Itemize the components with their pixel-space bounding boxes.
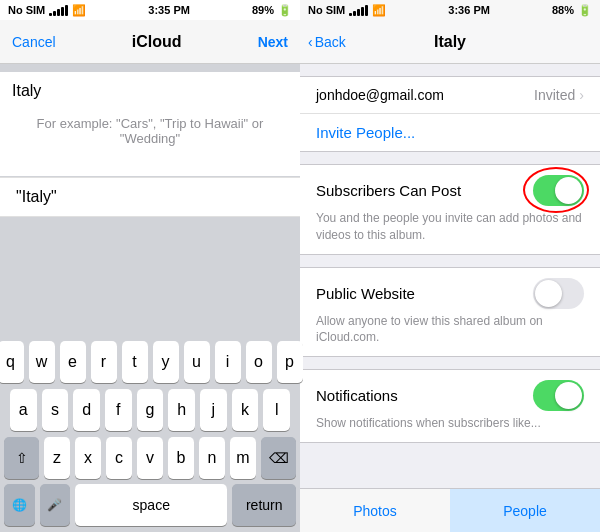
battery-icon: 🔋 (278, 4, 292, 17)
key-q[interactable]: q (0, 341, 24, 383)
key-j[interactable]: j (200, 389, 227, 431)
key-i[interactable]: i (215, 341, 241, 383)
key-o[interactable]: o (246, 341, 272, 383)
left-nav-title: iCloud (132, 33, 182, 51)
notifications-row: Notifications Show notifications when su… (300, 369, 600, 443)
right-signal-icon (349, 4, 368, 16)
chevron-icon: › (579, 87, 584, 103)
left-status-left: No SIM 📶 (8, 4, 86, 17)
left-status-bar: No SIM 📶 3:35 PM 89% 🔋 (0, 0, 300, 20)
tab-people-label: People (503, 503, 547, 519)
subscribers-desc: You and the people you invite can add ph… (316, 210, 584, 244)
album-name-input[interactable] (12, 82, 288, 100)
left-time: 3:35 PM (148, 4, 190, 16)
left-carrier: No SIM (8, 4, 45, 16)
bottom-tab-bar: Photos People (300, 488, 600, 532)
right-nav-title: Italy (434, 33, 466, 51)
key-w[interactable]: w (29, 341, 55, 383)
key-r[interactable]: r (91, 341, 117, 383)
key-d[interactable]: d (73, 389, 100, 431)
keyboard-row-3: ⇧ z x c v b n m ⌫ (4, 437, 296, 479)
key-l[interactable]: l (263, 389, 290, 431)
wifi-icon: 📶 (72, 4, 86, 17)
album-name-section: For example: "Cars", "Trip to Hawaii" or… (0, 72, 300, 176)
public-website-title: Public Website (316, 285, 415, 302)
key-z[interactable]: z (44, 437, 70, 479)
tab-photos-label: Photos (353, 503, 397, 519)
key-m[interactable]: m (230, 437, 256, 479)
key-v[interactable]: v (137, 437, 163, 479)
right-status-right: 88% 🔋 (552, 4, 592, 17)
tab-people[interactable]: People (450, 489, 600, 532)
subscribers-title: Subscribers Can Post (316, 182, 461, 199)
signal-icon (49, 4, 68, 16)
right-wifi-icon: 📶 (372, 4, 386, 17)
keyboard: q w e r t y u i o p a s d f g h j k l ⇧ … (0, 335, 300, 532)
key-n[interactable]: n (199, 437, 225, 479)
key-p[interactable]: p (277, 341, 303, 383)
public-website-toggle-knob (535, 280, 562, 307)
back-chevron-icon: ‹ (308, 34, 313, 50)
key-c[interactable]: c (106, 437, 132, 479)
key-u[interactable]: u (184, 341, 210, 383)
right-nav-bar: ‹ Back Italy (300, 20, 600, 64)
key-s[interactable]: s (42, 389, 69, 431)
notifications-desc: Show notifications when subscribers like… (316, 415, 584, 432)
tab-photos[interactable]: Photos (300, 489, 450, 532)
public-website-desc: Allow anyone to view this shared album o… (316, 313, 584, 347)
subscribers-toggle-annotation (533, 175, 584, 206)
right-battery: 88% (552, 4, 574, 16)
key-t[interactable]: t (122, 341, 148, 383)
key-h[interactable]: h (168, 389, 195, 431)
album-name-hint: For example: "Cars", "Trip to Hawaii" or… (12, 100, 288, 166)
invite-people-label: Invite People... (316, 124, 415, 141)
italy-suggestion[interactable]: "Italy" (0, 177, 300, 217)
public-website-row: Public Website Allow anyone to view this… (300, 267, 600, 358)
invite-people-row[interactable]: Invite People... (300, 114, 600, 151)
key-y[interactable]: y (153, 341, 179, 383)
notifications-toggle-knob (555, 382, 582, 409)
public-website-toggle[interactable] (533, 278, 584, 309)
left-nav-bar: Cancel iCloud Next (0, 20, 300, 64)
suggestion-text: "Italy" (16, 188, 57, 205)
notifications-toggle[interactable] (533, 380, 584, 411)
back-label: Back (315, 34, 346, 50)
invitee-email: jonhdoe@gmail.com (316, 87, 444, 103)
delete-key[interactable]: ⌫ (261, 437, 296, 479)
right-status-left: No SIM 📶 (308, 4, 386, 17)
left-battery: 89% (252, 4, 274, 16)
shift-key[interactable]: ⇧ (4, 437, 39, 479)
keyboard-row-1: q w e r t y u i o p (4, 341, 296, 383)
key-g[interactable]: g (137, 389, 164, 431)
space-key[interactable]: space (75, 484, 227, 526)
left-status-right: 89% 🔋 (252, 4, 292, 17)
key-a[interactable]: a (10, 389, 37, 431)
right-content: jonhdoe@gmail.com Invited › Invite Peopl… (300, 64, 600, 488)
toggle-knob (555, 177, 582, 204)
invitee-row[interactable]: jonhdoe@gmail.com Invited › (300, 77, 600, 114)
invitee-status-group: Invited › (534, 87, 584, 103)
key-k[interactable]: k (232, 389, 259, 431)
mic-key[interactable]: 🎤 (40, 484, 71, 526)
invitee-status: Invited (534, 87, 575, 103)
cancel-button[interactable]: Cancel (12, 34, 56, 50)
right-time: 3:36 PM (448, 4, 490, 16)
invite-section: jonhdoe@gmail.com Invited › Invite Peopl… (300, 76, 600, 152)
back-button[interactable]: ‹ Back (308, 34, 346, 50)
key-b[interactable]: b (168, 437, 194, 479)
key-f[interactable]: f (105, 389, 132, 431)
subscribers-toggle[interactable] (533, 175, 584, 206)
right-battery-icon: 🔋 (578, 4, 592, 17)
public-website-header: Public Website (316, 278, 584, 309)
notifications-title: Notifications (316, 387, 398, 404)
key-x[interactable]: x (75, 437, 101, 479)
right-panel: No SIM 📶 3:36 PM 88% 🔋 ‹ Back Italy (300, 0, 600, 532)
next-button[interactable]: Next (258, 34, 288, 50)
return-key[interactable]: return (232, 484, 296, 526)
emoji-key[interactable]: 🌐 (4, 484, 35, 526)
notifications-header: Notifications (316, 380, 584, 411)
key-e[interactable]: e (60, 341, 86, 383)
right-carrier: No SIM (308, 4, 345, 16)
left-panel: No SIM 📶 3:35 PM 89% 🔋 Cancel iCloud Nex… (0, 0, 300, 532)
subscribers-can-post-row: Subscribers Can Post You and the people … (300, 164, 600, 255)
